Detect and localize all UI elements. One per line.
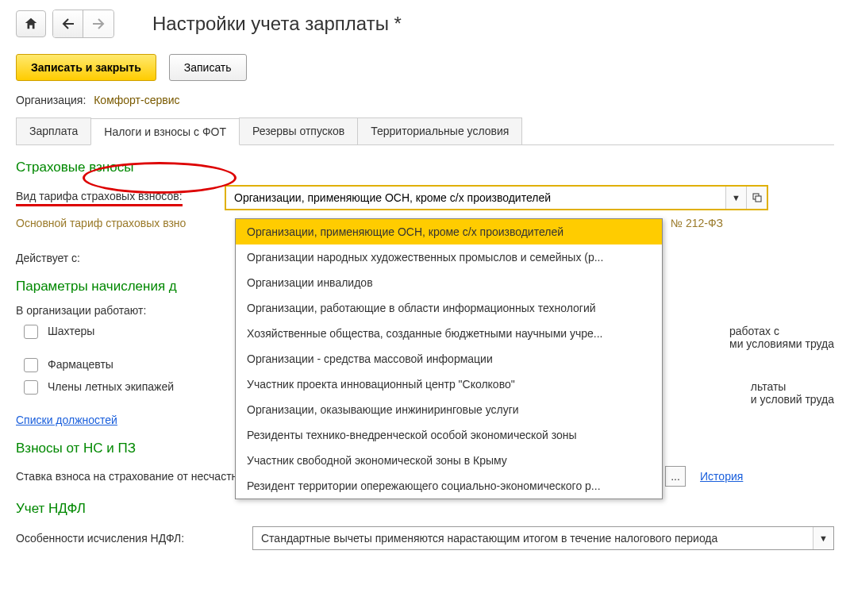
save-close-button[interactable]: Записать и закрыть bbox=[16, 54, 156, 81]
organization-value[interactable]: Комфорт-сервис bbox=[94, 94, 179, 106]
positions-link[interactable]: Списки должностей bbox=[16, 414, 117, 426]
right-text-2a: льтаты bbox=[751, 380, 787, 393]
ndfl-value: Стандартные вычеты применяются нарастающ… bbox=[253, 527, 813, 549]
right-text-1b: ми условиями труда bbox=[729, 337, 834, 350]
checkbox-miners-label: Шахтеры bbox=[48, 325, 94, 350]
ndfl-select[interactable]: Стандартные вычеты применяются нарастающ… bbox=[252, 526, 834, 550]
tariff-field[interactable]: ▼ bbox=[225, 185, 768, 210]
tab-vacation-reserves[interactable]: Резервы отпусков bbox=[239, 117, 358, 144]
dropdown-option[interactable]: Организации, работающие в области информ… bbox=[236, 295, 662, 321]
right-text-2b: и условий труда bbox=[751, 393, 834, 406]
dropdown-option[interactable]: Организации, оказывающие инжиниринговые … bbox=[236, 397, 662, 422]
home-icon bbox=[24, 17, 38, 31]
history-link[interactable]: История bbox=[700, 470, 743, 483]
dropdown-option[interactable]: Организации инвалидов bbox=[236, 270, 662, 295]
dropdown-option[interactable]: Хозяйственные общества, созданные бюджет… bbox=[236, 321, 662, 346]
checkbox-flight-crew[interactable] bbox=[24, 380, 38, 395]
dropdown-option[interactable]: Организации - средства массовой информац… bbox=[236, 346, 662, 372]
organization-label: Организация: bbox=[16, 94, 86, 106]
ns-date-picker-button[interactable]: ... bbox=[665, 466, 686, 487]
dropdown-option[interactable]: Организации народных художественных пром… bbox=[236, 244, 662, 270]
dropdown-option[interactable]: Резиденты технико-внедренческой особой э… bbox=[236, 422, 662, 448]
ndfl-label: Особенности исчисления НДФЛ: bbox=[16, 532, 246, 545]
page-title: Настройки учета зарплаты * bbox=[152, 13, 402, 35]
right-text-1a: работах с bbox=[729, 325, 779, 337]
tariff-label: Вид тарифа страховых взносов: bbox=[16, 190, 183, 206]
tariff-input[interactable] bbox=[226, 187, 725, 209]
base-tariff-text-right: № 212-ФЗ bbox=[671, 217, 723, 229]
section-ndfl-title: Учет НДФЛ bbox=[16, 501, 834, 517]
dropdown-option[interactable]: Организации, применяющие ОСН, кроме с/х … bbox=[236, 219, 662, 244]
dropdown-option[interactable]: Участник свободной экономической зоны в … bbox=[236, 448, 662, 473]
home-button[interactable] bbox=[16, 10, 46, 37]
tab-salary[interactable]: Зарплата bbox=[16, 117, 91, 144]
valid-from-label: Действует с: bbox=[16, 252, 80, 264]
section-insurance-title: Страховые взносы bbox=[16, 160, 834, 175]
forward-button bbox=[83, 10, 113, 37]
dropdown-option[interactable]: Участник проекта инновационный центр "Ск… bbox=[236, 372, 662, 397]
tariff-dropdown-button[interactable]: ▼ bbox=[725, 187, 746, 209]
base-tariff-text-left: Основной тариф страховых взно bbox=[16, 217, 186, 229]
tab-territorial[interactable]: Территориальные условия bbox=[357, 117, 522, 144]
checkbox-flight-crew-label: Члены летных экипажей bbox=[48, 380, 174, 406]
arrow-right-icon bbox=[92, 18, 105, 29]
back-button[interactable] bbox=[53, 10, 83, 37]
open-icon bbox=[752, 193, 762, 202]
tariff-open-button[interactable] bbox=[746, 187, 767, 209]
checkbox-miners[interactable] bbox=[24, 325, 38, 339]
dropdown-option[interactable]: Резидент территории опережающего социаль… bbox=[236, 473, 662, 499]
save-button[interactable]: Записать bbox=[169, 54, 247, 81]
arrow-left-icon bbox=[62, 18, 75, 29]
ndfl-dropdown-button[interactable]: ▼ bbox=[813, 527, 833, 549]
checkbox-pharmacists[interactable] bbox=[24, 358, 38, 372]
tab-taxes-fot[interactable]: Налоги и взносы с ФОТ bbox=[90, 118, 240, 145]
tariff-dropdown-list[interactable]: Организации, применяющие ОСН, кроме с/х … bbox=[235, 218, 663, 499]
svg-rect-1 bbox=[756, 196, 761, 202]
checkbox-pharmacists-label: Фармацевты bbox=[48, 358, 113, 372]
